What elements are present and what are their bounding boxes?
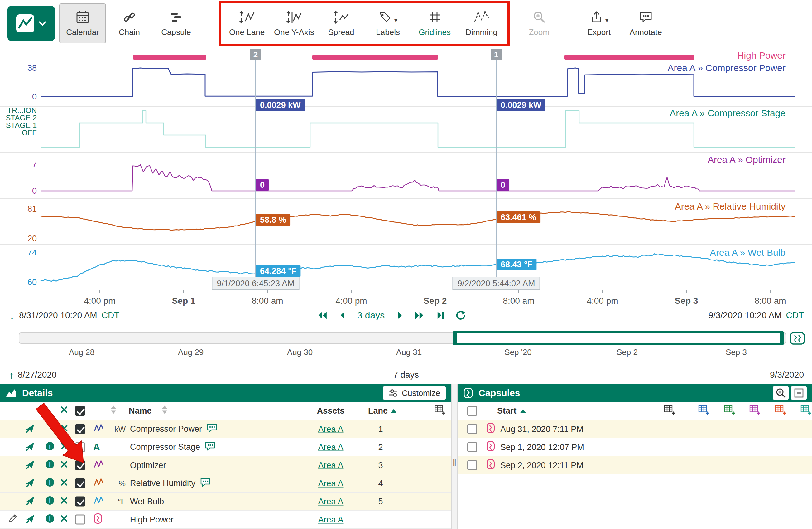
export-button[interactable]: ▾ Export bbox=[576, 3, 623, 43]
item-info-button[interactable]: i bbox=[45, 495, 55, 508]
assets-column-header[interactable]: Assets bbox=[306, 406, 356, 416]
colored-add-column-button[interactable] bbox=[800, 404, 812, 418]
capsule-checkbox[interactable] bbox=[467, 424, 477, 434]
item-info-button[interactable]: i bbox=[45, 441, 55, 454]
item-info-button[interactable]: i bbox=[45, 477, 55, 490]
trend-button[interactable] bbox=[25, 513, 36, 526]
refresh-button[interactable] bbox=[455, 310, 466, 321]
one-lane-button[interactable]: One Lane bbox=[223, 3, 270, 43]
item-checkbox[interactable] bbox=[75, 442, 85, 452]
trend-chart[interactable]: 4:00 pmSep 18:00 am4:00 pmSep 28:00 am4:… bbox=[0, 47, 812, 306]
detail-row[interactable]: iACompressor StageArea A2 bbox=[0, 438, 451, 456]
asset-link[interactable]: Area A bbox=[318, 442, 343, 452]
remove-item-button[interactable] bbox=[60, 423, 69, 435]
trend-button[interactable] bbox=[25, 495, 36, 508]
detail-row[interactable]: i%Relative HumidityArea A4 bbox=[0, 474, 451, 492]
investigate-duration[interactable]: 7 days bbox=[393, 370, 419, 380]
colored-add-column-button[interactable] bbox=[698, 404, 710, 418]
step-to-end-button[interactable] bbox=[435, 310, 446, 320]
select-all-capsules-checkbox[interactable] bbox=[467, 406, 477, 416]
investigate-start: ↑ 8/27/2020 bbox=[9, 370, 57, 380]
timebar-selected-region[interactable] bbox=[453, 331, 784, 345]
start-column-header[interactable]: Start bbox=[497, 406, 526, 416]
item-checkbox[interactable] bbox=[75, 515, 85, 525]
trend-button[interactable] bbox=[25, 458, 36, 472]
labels-button[interactable]: ▾ Labels bbox=[365, 3, 411, 43]
asset-link[interactable]: Area A bbox=[318, 515, 343, 524]
colored-add-column-button[interactable] bbox=[749, 404, 761, 418]
edit-journal-button[interactable] bbox=[7, 513, 18, 526]
collapse-panel-button[interactable] bbox=[791, 386, 807, 400]
comment-icon[interactable] bbox=[204, 441, 216, 454]
spread-button[interactable]: Spread bbox=[318, 3, 365, 43]
detail-row[interactable]: iHigh PowerArea A bbox=[0, 511, 451, 529]
item-checkbox[interactable] bbox=[75, 460, 85, 470]
asset-link[interactable]: Area A bbox=[318, 497, 343, 506]
signal-icon bbox=[93, 495, 104, 505]
remove-item-button[interactable] bbox=[60, 496, 69, 507]
step-back-button[interactable] bbox=[337, 310, 348, 320]
step-forward-fast-button[interactable] bbox=[414, 310, 426, 320]
panel-resize-divider[interactable]: ‖ bbox=[451, 384, 458, 529]
remove-item-button[interactable] bbox=[60, 459, 69, 471]
calendar-button[interactable]: Calendar bbox=[59, 3, 106, 43]
add-column-button[interactable] bbox=[664, 404, 676, 418]
dimming-button[interactable]: Dimming bbox=[458, 3, 505, 43]
colored-add-column-button[interactable] bbox=[724, 404, 735, 418]
item-checkbox[interactable] bbox=[75, 478, 85, 488]
expand-range-icon[interactable]: ↑ bbox=[9, 370, 14, 380]
display-range-duration[interactable]: 3 days bbox=[357, 310, 385, 321]
capsule-row[interactable]: Aug 31, 2020 7:11 PM bbox=[458, 420, 812, 438]
item-info-button[interactable]: i bbox=[45, 513, 55, 526]
select-all-checkbox[interactable] bbox=[75, 406, 85, 416]
gridlines-button[interactable]: Gridlines bbox=[411, 3, 458, 43]
detail-row[interactable]: iOptimizerArea A3 bbox=[0, 456, 451, 474]
capsule-row[interactable]: Sep 1, 2020 12:07 PM bbox=[458, 438, 812, 456]
svg-text:i: i bbox=[49, 460, 51, 468]
trend-button[interactable] bbox=[25, 476, 36, 490]
lane-column-header[interactable]: Lane bbox=[368, 406, 397, 416]
capsule-row[interactable]: Sep 2, 2020 12:11 PM bbox=[458, 456, 812, 474]
timezone-link[interactable]: CDT bbox=[786, 310, 804, 320]
annotate-button[interactable]: Annotate bbox=[623, 3, 669, 43]
sort-icon[interactable] bbox=[161, 405, 168, 417]
step-forward-button[interactable] bbox=[394, 310, 405, 320]
capsule-region-icon[interactable] bbox=[790, 331, 805, 346]
remove-item-button[interactable] bbox=[60, 477, 69, 489]
name-column-header[interactable]: Name bbox=[129, 406, 152, 416]
remove-all-button[interactable] bbox=[60, 405, 69, 417]
item-checkbox[interactable] bbox=[75, 497, 85, 506]
capsule-time-button[interactable]: Capsule bbox=[153, 3, 200, 43]
asset-link[interactable]: Area A bbox=[318, 460, 343, 470]
trend-button[interactable] bbox=[25, 440, 36, 454]
colored-add-column-button[interactable] bbox=[774, 404, 786, 418]
item-type-icon bbox=[93, 513, 103, 527]
one-y-axis-button[interactable]: One Y-Axis bbox=[270, 3, 318, 43]
chain-button[interactable]: Chain bbox=[106, 3, 153, 43]
add-column-button[interactable] bbox=[434, 404, 446, 418]
asset-link[interactable]: Area A bbox=[318, 424, 343, 433]
info-icon: i bbox=[45, 459, 55, 469]
capsule-icon bbox=[93, 513, 103, 524]
customize-button[interactable]: Customize bbox=[383, 386, 446, 400]
detail-row[interactable]: i°FWet BulbArea A5 bbox=[0, 492, 451, 511]
item-checkbox[interactable] bbox=[75, 424, 85, 434]
sort-icon[interactable] bbox=[110, 405, 117, 417]
workbook-logo-button[interactable] bbox=[8, 6, 55, 41]
item-info-button[interactable]: i bbox=[45, 459, 55, 472]
comment-icon[interactable] bbox=[206, 423, 218, 435]
investigate-range-icon[interactable]: ↓ bbox=[9, 310, 15, 321]
asset-link[interactable]: Area A bbox=[318, 478, 343, 488]
zoom-to-capsule-button[interactable] bbox=[773, 386, 788, 400]
step-back-fast-button[interactable] bbox=[316, 310, 328, 320]
remove-item-button[interactable] bbox=[60, 441, 69, 453]
svg-text:4:00 pm: 4:00 pm bbox=[335, 296, 367, 306]
timezone-link[interactable]: CDT bbox=[102, 310, 120, 320]
comment-icon[interactable] bbox=[200, 477, 211, 490]
relative-humidity-series bbox=[41, 212, 795, 230]
capsule-checkbox[interactable] bbox=[467, 442, 477, 452]
trend-button[interactable] bbox=[25, 422, 36, 436]
remove-item-button[interactable] bbox=[60, 514, 69, 525]
detail-row[interactable]: kWCompressor PowerArea A1 bbox=[0, 420, 451, 438]
capsule-checkbox[interactable] bbox=[467, 460, 477, 470]
